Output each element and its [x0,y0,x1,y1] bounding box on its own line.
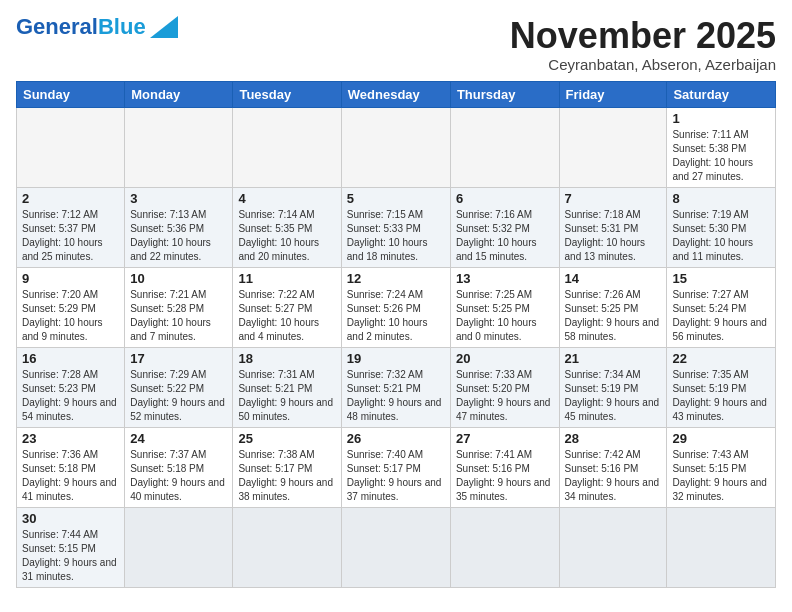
day-number: 8 [672,191,770,206]
calendar-cell: 10Sunrise: 7:21 AM Sunset: 5:28 PM Dayli… [125,267,233,347]
calendar-cell: 25Sunrise: 7:38 AM Sunset: 5:17 PM Dayli… [233,427,341,507]
header-thursday: Thursday [450,81,559,107]
day-info: Sunrise: 7:21 AM Sunset: 5:28 PM Dayligh… [130,288,227,344]
day-info: Sunrise: 7:11 AM Sunset: 5:38 PM Dayligh… [672,128,770,184]
day-info: Sunrise: 7:24 AM Sunset: 5:26 PM Dayligh… [347,288,445,344]
day-info: Sunrise: 7:14 AM Sunset: 5:35 PM Dayligh… [238,208,335,264]
day-number: 24 [130,431,227,446]
logo-general: General [16,14,98,39]
calendar-cell: 24Sunrise: 7:37 AM Sunset: 5:18 PM Dayli… [125,427,233,507]
calendar-cell: 4Sunrise: 7:14 AM Sunset: 5:35 PM Daylig… [233,187,341,267]
day-number: 20 [456,351,554,366]
calendar-cell [17,107,125,187]
day-info: Sunrise: 7:25 AM Sunset: 5:25 PM Dayligh… [456,288,554,344]
day-info: Sunrise: 7:12 AM Sunset: 5:37 PM Dayligh… [22,208,119,264]
day-number: 4 [238,191,335,206]
title-area: November 2025 Ceyranbatan, Abseron, Azer… [510,16,776,73]
day-info: Sunrise: 7:19 AM Sunset: 5:30 PM Dayligh… [672,208,770,264]
calendar-cell: 8Sunrise: 7:19 AM Sunset: 5:30 PM Daylig… [667,187,776,267]
day-number: 10 [130,271,227,286]
calendar-cell [667,507,776,587]
calendar-cell: 22Sunrise: 7:35 AM Sunset: 5:19 PM Dayli… [667,347,776,427]
calendar-cell: 29Sunrise: 7:43 AM Sunset: 5:15 PM Dayli… [667,427,776,507]
calendar-header-row: SundayMondayTuesdayWednesdayThursdayFrid… [17,81,776,107]
day-info: Sunrise: 7:33 AM Sunset: 5:20 PM Dayligh… [456,368,554,424]
calendar-week-row: 2Sunrise: 7:12 AM Sunset: 5:37 PM Daylig… [17,187,776,267]
day-info: Sunrise: 7:13 AM Sunset: 5:36 PM Dayligh… [130,208,227,264]
header-wednesday: Wednesday [341,81,450,107]
calendar-cell: 5Sunrise: 7:15 AM Sunset: 5:33 PM Daylig… [341,187,450,267]
calendar-cell [341,107,450,187]
calendar-cell: 28Sunrise: 7:42 AM Sunset: 5:16 PM Dayli… [559,427,667,507]
calendar-cell [450,507,559,587]
header-saturday: Saturday [667,81,776,107]
day-info: Sunrise: 7:15 AM Sunset: 5:33 PM Dayligh… [347,208,445,264]
calendar-cell [559,107,667,187]
day-info: Sunrise: 7:40 AM Sunset: 5:17 PM Dayligh… [347,448,445,504]
calendar-cell: 1Sunrise: 7:11 AM Sunset: 5:38 PM Daylig… [667,107,776,187]
day-number: 13 [456,271,554,286]
header-sunday: Sunday [17,81,125,107]
day-number: 14 [565,271,662,286]
calendar-cell [233,507,341,587]
day-number: 21 [565,351,662,366]
calendar-cell: 14Sunrise: 7:26 AM Sunset: 5:25 PM Dayli… [559,267,667,347]
calendar-cell: 7Sunrise: 7:18 AM Sunset: 5:31 PM Daylig… [559,187,667,267]
day-number: 3 [130,191,227,206]
day-number: 12 [347,271,445,286]
header: GeneralBlue November 2025 Ceyranbatan, A… [16,16,776,73]
day-info: Sunrise: 7:22 AM Sunset: 5:27 PM Dayligh… [238,288,335,344]
calendar-cell: 2Sunrise: 7:12 AM Sunset: 5:37 PM Daylig… [17,187,125,267]
header-tuesday: Tuesday [233,81,341,107]
day-info: Sunrise: 7:18 AM Sunset: 5:31 PM Dayligh… [565,208,662,264]
day-info: Sunrise: 7:36 AM Sunset: 5:18 PM Dayligh… [22,448,119,504]
day-info: Sunrise: 7:35 AM Sunset: 5:19 PM Dayligh… [672,368,770,424]
calendar-cell: 18Sunrise: 7:31 AM Sunset: 5:21 PM Dayli… [233,347,341,427]
calendar-cell: 12Sunrise: 7:24 AM Sunset: 5:26 PM Dayli… [341,267,450,347]
calendar-cell: 6Sunrise: 7:16 AM Sunset: 5:32 PM Daylig… [450,187,559,267]
calendar-cell [125,107,233,187]
day-info: Sunrise: 7:31 AM Sunset: 5:21 PM Dayligh… [238,368,335,424]
month-title: November 2025 [510,16,776,56]
calendar-cell: 20Sunrise: 7:33 AM Sunset: 5:20 PM Dayli… [450,347,559,427]
calendar-cell: 15Sunrise: 7:27 AM Sunset: 5:24 PM Dayli… [667,267,776,347]
day-number: 17 [130,351,227,366]
day-number: 30 [22,511,119,526]
day-number: 2 [22,191,119,206]
calendar-cell: 26Sunrise: 7:40 AM Sunset: 5:17 PM Dayli… [341,427,450,507]
day-info: Sunrise: 7:42 AM Sunset: 5:16 PM Dayligh… [565,448,662,504]
day-number: 25 [238,431,335,446]
day-info: Sunrise: 7:28 AM Sunset: 5:23 PM Dayligh… [22,368,119,424]
day-number: 1 [672,111,770,126]
day-info: Sunrise: 7:34 AM Sunset: 5:19 PM Dayligh… [565,368,662,424]
day-info: Sunrise: 7:37 AM Sunset: 5:18 PM Dayligh… [130,448,227,504]
day-number: 19 [347,351,445,366]
day-info: Sunrise: 7:16 AM Sunset: 5:32 PM Dayligh… [456,208,554,264]
header-friday: Friday [559,81,667,107]
calendar-cell: 30Sunrise: 7:44 AM Sunset: 5:15 PM Dayli… [17,507,125,587]
day-number: 6 [456,191,554,206]
calendar-cell: 19Sunrise: 7:32 AM Sunset: 5:21 PM Dayli… [341,347,450,427]
day-info: Sunrise: 7:29 AM Sunset: 5:22 PM Dayligh… [130,368,227,424]
calendar-cell: 16Sunrise: 7:28 AM Sunset: 5:23 PM Dayli… [17,347,125,427]
day-info: Sunrise: 7:20 AM Sunset: 5:29 PM Dayligh… [22,288,119,344]
day-number: 18 [238,351,335,366]
calendar-cell: 27Sunrise: 7:41 AM Sunset: 5:16 PM Dayli… [450,427,559,507]
day-info: Sunrise: 7:38 AM Sunset: 5:17 PM Dayligh… [238,448,335,504]
calendar-week-row: 9Sunrise: 7:20 AM Sunset: 5:29 PM Daylig… [17,267,776,347]
day-info: Sunrise: 7:27 AM Sunset: 5:24 PM Dayligh… [672,288,770,344]
calendar-cell: 13Sunrise: 7:25 AM Sunset: 5:25 PM Dayli… [450,267,559,347]
header-monday: Monday [125,81,233,107]
calendar-cell [233,107,341,187]
day-number: 15 [672,271,770,286]
calendar: SundayMondayTuesdayWednesdayThursdayFrid… [16,81,776,588]
day-number: 22 [672,351,770,366]
day-number: 23 [22,431,119,446]
calendar-cell [341,507,450,587]
calendar-cell: 3Sunrise: 7:13 AM Sunset: 5:36 PM Daylig… [125,187,233,267]
calendar-week-row: 30Sunrise: 7:44 AM Sunset: 5:15 PM Dayli… [17,507,776,587]
day-info: Sunrise: 7:44 AM Sunset: 5:15 PM Dayligh… [22,528,119,584]
day-info: Sunrise: 7:43 AM Sunset: 5:15 PM Dayligh… [672,448,770,504]
calendar-week-row: 16Sunrise: 7:28 AM Sunset: 5:23 PM Dayli… [17,347,776,427]
logo-blue: Blue [98,14,146,39]
